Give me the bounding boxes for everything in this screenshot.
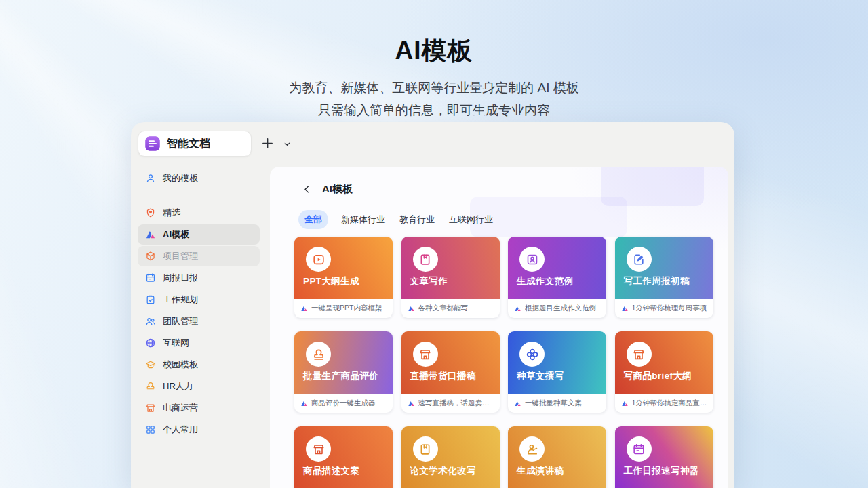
user-icon <box>145 173 156 184</box>
card-footer: 一键批量种草文案 <box>508 394 606 413</box>
sidebar-item-8[interactable]: 校园模板 <box>138 354 260 375</box>
sidebar-item-7[interactable]: 互联网 <box>138 333 260 353</box>
template-card-6[interactable]: 种草文撰写 一键批量种草文案 <box>508 331 606 413</box>
ai-logo-icon <box>300 305 308 312</box>
card-cover: 商品描述文案 <box>294 426 393 488</box>
sidebar-item-label: 校园模板 <box>163 359 198 371</box>
tab-1[interactable]: 新媒体行业 <box>340 210 387 229</box>
app-tab-label: 智能文档 <box>167 137 210 151</box>
ai-logo-icon <box>621 400 629 407</box>
template-card-2[interactable]: 生成作文范例 根据题目生成作文范例 <box>508 237 606 318</box>
sidebar-item-9[interactable]: HR人力 <box>138 376 260 396</box>
tab-dropdown-button[interactable] <box>281 139 292 148</box>
template-card-5[interactable]: 直播带货口播稿 速写直播稿，话题卖点… <box>401 331 500 413</box>
sidebar-item-11[interactable]: 个人常用 <box>138 420 260 440</box>
card-title: 工作日报速写神器 <box>624 465 699 477</box>
card-cover: 工作日报速写神器 <box>615 426 713 488</box>
store-icon <box>306 436 331 462</box>
template-card-0[interactable]: PPT大纲生成 一键呈现PPT内容框架 <box>294 237 393 318</box>
hero-section: AI模板 为教育、新媒体、互联网等行业量身定制的 AI 模板 只需输入简单的信息… <box>0 34 868 121</box>
ai-logo-icon <box>408 400 415 407</box>
panel-title: AI模板 <box>322 183 353 196</box>
template-card-1[interactable]: 文章写作 各种文章都能写 <box>401 237 500 318</box>
heart-badge-icon <box>145 207 156 218</box>
card-title: 写商品brief大纲 <box>624 370 692 382</box>
chevron-left-icon <box>302 184 312 195</box>
page-title: AI模板 <box>0 34 868 68</box>
tab-0[interactable]: 全部 <box>298 210 328 229</box>
edit-doc-icon <box>627 247 652 272</box>
card-title: 生成作文范例 <box>517 275 573 287</box>
stamp-icon <box>145 381 156 392</box>
sidebar-divider <box>144 195 263 195</box>
plus-icon <box>260 136 275 150</box>
card-description: 速写直播稿，话题卖点… <box>418 399 494 408</box>
sidebar-item-4[interactable]: 周报日报 <box>138 268 260 288</box>
stamp-icon <box>306 342 331 367</box>
card-description: 一键呈现PPT内容框架 <box>311 304 382 313</box>
card-title: 直播带货口播稿 <box>410 370 476 382</box>
sidebar-item-0[interactable]: 我的模板 <box>138 168 260 188</box>
sidebar-item-label: 我的模板 <box>163 172 198 184</box>
card-footer: 根据题目生成作文范例 <box>508 299 606 318</box>
card-title: 商品描述文案 <box>303 465 359 477</box>
card-cover: 论文学术化改写 <box>401 426 500 488</box>
sidebar: 我的模板 精选 AI模板 项目管理 周报日报 工作规划 团队管理 互联网 校园模… <box>131 163 270 488</box>
new-tab-button[interactable] <box>260 136 275 150</box>
card-description: 1分钟帮你梳理每周事项 <box>632 304 707 313</box>
sidebar-item-label: 互联网 <box>163 337 189 349</box>
sidebar-item-label: 团队管理 <box>163 315 198 327</box>
app-tab-smart-doc[interactable]: 智能文档 <box>138 131 252 157</box>
sidebar-item-5[interactable]: 工作规划 <box>138 289 260 310</box>
template-card-10[interactable]: 生成演讲稿 <box>508 426 606 488</box>
sidebar-item-1[interactable]: 精选 <box>138 203 260 223</box>
card-footer: 各种文章都能写 <box>401 299 500 318</box>
globe-icon <box>145 338 156 348</box>
sidebar-item-label: HR人力 <box>163 380 193 392</box>
calendar-icon <box>627 436 652 462</box>
sidebar-item-label: 电商运营 <box>163 402 198 414</box>
ai-logo-icon <box>514 305 521 312</box>
card-description: 1分钟帮你搞定商品宣传… <box>632 399 707 408</box>
card-footer: 1分钟帮你梳理每周事项 <box>615 299 713 318</box>
template-card-3[interactable]: 写工作周报初稿 1分钟帮你梳理每周事项 <box>615 237 713 318</box>
sidebar-item-10[interactable]: 电商运营 <box>138 398 260 418</box>
content-panel: AI模板 全部新媒体行业教育行业互联网行业 PPT大纲生成 一键呈现PPT内容框… <box>270 167 728 488</box>
category-tabs: 全部新媒体行业教育行业互联网行业 <box>298 210 494 229</box>
page-subtitle-line1: 为教育、新媒体、互联网等行业量身定制的 AI 模板 <box>0 77 868 100</box>
template-card-4[interactable]: 批量生产商品评价 商品评价一键生成器 <box>294 331 393 413</box>
sidebar-item-3[interactable]: 项目管理 <box>138 246 260 266</box>
ai-logo-icon <box>408 305 415 312</box>
sidebar-item-label: 项目管理 <box>163 250 198 262</box>
ai-logo-icon <box>145 229 156 240</box>
sidebar-item-label: 周报日报 <box>163 272 198 284</box>
smart-doc-icon <box>144 136 161 152</box>
panel-decoration <box>601 167 704 206</box>
sidebar-item-2[interactable]: AI模板 <box>138 224 260 245</box>
card-title: 论文学术化改写 <box>410 465 476 477</box>
card-description: 根据题目生成作文范例 <box>525 304 596 313</box>
card-cover: 生成演讲稿 <box>508 426 606 488</box>
sidebar-item-6[interactable]: 团队管理 <box>138 311 260 331</box>
template-card-9[interactable]: 论文学术化改写 <box>401 426 500 488</box>
knot-icon <box>519 342 545 367</box>
back-button[interactable] <box>302 184 313 195</box>
ai-logo-icon <box>621 305 629 312</box>
template-card-11[interactable]: 工作日报速写神器 <box>615 426 713 488</box>
card-description: 一键批量种草文案 <box>525 399 582 408</box>
card-footer: 一键呈现PPT内容框架 <box>294 299 393 318</box>
grid-icon <box>145 424 156 435</box>
card-description: 各种文章都能写 <box>418 304 469 313</box>
card-title: PPT大纲生成 <box>303 275 359 287</box>
clipboard-check-icon <box>145 294 156 305</box>
card-cover: 写工作周报初稿 <box>615 237 713 299</box>
template-card-8[interactable]: 商品描述文案 <box>294 426 393 488</box>
cube-icon <box>145 251 156 262</box>
template-card-7[interactable]: 写商品brief大纲 1分钟帮你搞定商品宣传… <box>615 331 713 413</box>
tab-2[interactable]: 教育行业 <box>398 210 436 229</box>
chevron-down-icon <box>283 140 292 148</box>
calendar-icon <box>145 272 156 283</box>
card-cover: 写商品brief大纲 <box>615 331 713 394</box>
tab-3[interactable]: 互联网行业 <box>448 210 494 229</box>
sidebar-item-label: 精选 <box>163 207 180 219</box>
